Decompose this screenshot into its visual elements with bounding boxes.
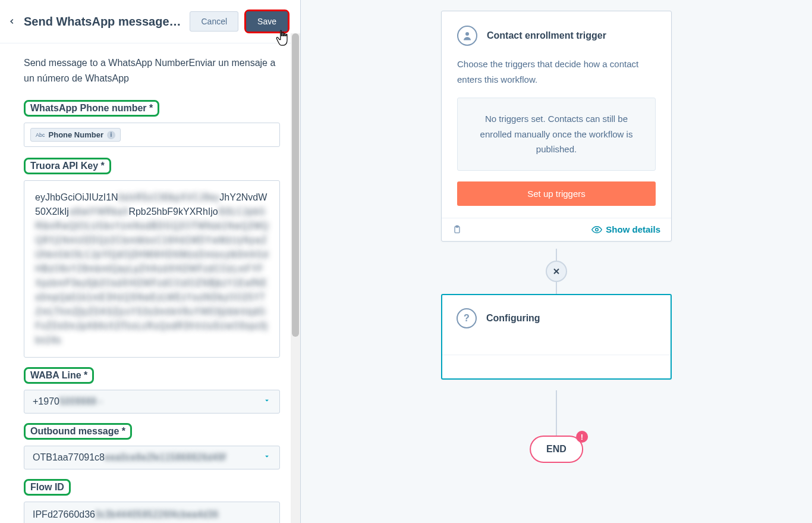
- end-node[interactable]: END !: [530, 436, 583, 463]
- close-icon: [552, 267, 561, 276]
- phone-label: WhatsApp Phone number *: [24, 100, 159, 117]
- contact-icon: [457, 26, 477, 46]
- svg-point-3: [596, 228, 599, 231]
- workflow-canvas[interactable]: Contact enrollment trigger Choose the tr…: [301, 0, 812, 523]
- save-button[interactable]: Save: [246, 11, 288, 32]
- waba-value: +19705009988 -: [33, 396, 102, 407]
- close-panel-node[interactable]: [546, 261, 567, 282]
- alert-badge: !: [576, 431, 588, 443]
- svg-point-0: [465, 32, 469, 36]
- panel-body: Send message to a WhatsApp NumberEnviar …: [0, 43, 300, 523]
- connector-line: [556, 390, 557, 437]
- trigger-empty-state: No triggers set. Contacts can still be e…: [457, 98, 656, 171]
- token-type-icon: Abc: [36, 132, 45, 138]
- trigger-footer: Show details: [442, 218, 671, 241]
- eye-icon: [591, 224, 602, 235]
- waba-label: WABA Line *: [24, 367, 94, 384]
- connector-line: [556, 249, 557, 262]
- waba-select[interactable]: +19705009988 -: [24, 390, 280, 414]
- token-label: Phone Number: [49, 130, 103, 139]
- trigger-title: Contact enrollment trigger: [487, 30, 606, 41]
- trigger-card[interactable]: Contact enrollment trigger Choose the tr…: [441, 11, 672, 242]
- configuring-title: Configuring: [486, 313, 540, 324]
- panel-header: Send WhatsApp message by Tr… Cancel Save: [0, 0, 300, 43]
- panel-title: Send WhatsApp message by Tr…: [24, 15, 184, 29]
- config-panel: Send WhatsApp message by Tr… Cancel Save…: [0, 0, 301, 523]
- info-icon: i: [107, 131, 115, 139]
- flow-id-label: Flow ID: [24, 479, 71, 496]
- question-icon: ?: [457, 308, 477, 328]
- back-icon[interactable]: [6, 15, 18, 27]
- chevron-down-icon: [263, 396, 271, 407]
- panel-scrollbar[interactable]: [291, 33, 300, 523]
- outbound-select[interactable]: OTB1aa77091c8eea0ce8e2fe115868826d49f: [24, 446, 280, 469]
- clipboard-icon[interactable]: [452, 224, 462, 235]
- panel-description: Send message to a WhatsApp NumberEnviar …: [24, 55, 280, 86]
- connector-line: [556, 282, 557, 294]
- chevron-down-icon: [263, 452, 271, 463]
- trigger-description: Choose the triggers that decide how a co…: [457, 57, 656, 87]
- configuring-footer: [442, 355, 671, 378]
- phone-token-chip[interactable]: Abc Phone Number i: [30, 128, 121, 142]
- save-highlight: Save: [244, 10, 289, 33]
- outbound-label: Outbound message *: [24, 423, 132, 440]
- setup-triggers-button[interactable]: Set up triggers: [457, 181, 656, 206]
- cancel-button[interactable]: Cancel: [190, 11, 238, 32]
- flow-id-input[interactable]: IPFd27660d363c3b4440595226f4cbea4d36: [24, 502, 280, 523]
- phone-input[interactable]: Abc Phone Number i: [24, 123, 280, 147]
- api-key-label: Truora API Key *: [24, 158, 111, 174]
- configuring-card[interactable]: ? Configuring: [441, 294, 672, 380]
- scrollbar-thumb[interactable]: [292, 33, 299, 337]
- api-key-textarea[interactable]: eyJhbGciOiJIUzI1NiIsInR5cCI6IkpXVCJ9eyJh…: [24, 180, 280, 358]
- outbound-value: OTB1aa77091c8eea0ce8e2fe115868826d49f: [33, 452, 226, 463]
- show-details-link[interactable]: Show details: [591, 224, 660, 235]
